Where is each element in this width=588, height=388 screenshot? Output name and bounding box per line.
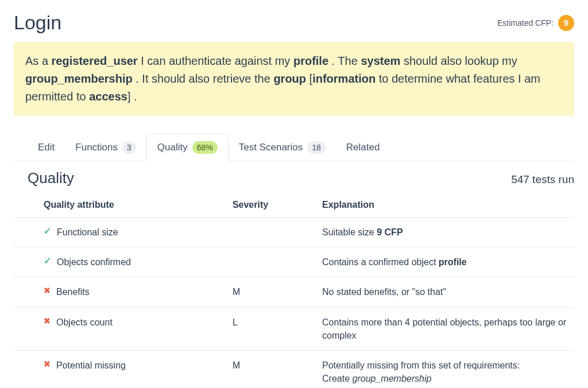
cross-icon: ✖ (44, 316, 51, 327)
tab-label: Test Scenarios (239, 142, 303, 153)
explanation-cell: Potentially missing from this set of req… (316, 350, 574, 388)
tab-test-scenarios[interactable]: Test Scenarios 18 (229, 134, 336, 161)
user-story-box: As a registered_user I can authenticate … (14, 42, 574, 116)
tab-label: Quality (157, 142, 188, 153)
explanation-cell: No stated benefits, or "so that" (316, 277, 574, 307)
check-icon: ✓ (44, 255, 51, 266)
percent-badge: 68% (192, 141, 218, 154)
tab-label: Edit (38, 142, 55, 153)
col-header-attribute: Quality attribute (14, 193, 227, 218)
attribute-name: Objects confirmed (57, 255, 131, 269)
count-badge: 18 (307, 141, 326, 154)
tests-run-count: 547 tests run (511, 173, 574, 186)
severity-cell (227, 218, 316, 247)
table-row: ✖Potential missingMPotentially missing f… (14, 350, 574, 388)
attribute-name: Functional size (57, 226, 118, 239)
severity-cell: M (227, 350, 316, 388)
explanation-cell: Suitable size 9 CFP (316, 218, 574, 247)
attribute-name: Benefits (56, 285, 90, 298)
severity-cell (227, 247, 316, 277)
count-badge: 3 (122, 141, 136, 154)
cfp-label: Estimated CFP: (497, 18, 554, 28)
cross-icon: ✖ (44, 359, 51, 370)
quality-table: Quality attribute Severity Explanation ✓… (14, 193, 574, 388)
explanation-cell: Contains more than 4 potential objects, … (316, 307, 574, 350)
severity-cell: M (227, 277, 316, 307)
section-header: Quality 547 tests run (14, 169, 574, 187)
check-icon: ✓ (44, 226, 51, 236)
table-row: ✓Objects confirmedContains a confirmed o… (14, 247, 574, 277)
table-row: ✖BenefitsMNo stated benefits, or "so tha… (14, 277, 574, 307)
tab-bar: Edit Functions 3 Quality 68% Test Scenar… (14, 133, 574, 161)
tab-edit[interactable]: Edit (28, 134, 65, 161)
tab-label: Related (346, 142, 380, 153)
tab-label: Functions (75, 142, 118, 153)
cfp-badge: 9 (558, 15, 574, 31)
attribute-name: Potential missing (56, 359, 126, 372)
table-row: ✖Objects countLContains more than 4 pote… (14, 307, 574, 350)
tab-functions[interactable]: Functions 3 (65, 134, 146, 161)
page-title: Login (14, 11, 61, 34)
tab-quality[interactable]: Quality 68% (146, 134, 229, 161)
col-header-explanation: Explanation (316, 193, 574, 218)
severity-cell: L (227, 307, 316, 350)
attribute-name: Objects count (56, 316, 113, 329)
explanation-cell: Contains a confirmed object profile (316, 247, 574, 277)
page-header: Login Estimated CFP: 9 (14, 11, 574, 34)
col-header-severity: Severity (227, 193, 316, 218)
cross-icon: ✖ (44, 285, 51, 297)
section-title: Quality (28, 169, 74, 187)
cfp-indicator: Estimated CFP: 9 (497, 15, 574, 31)
table-row: ✓Functional sizeSuitable size 9 CFP (14, 218, 574, 247)
tab-related[interactable]: Related (336, 134, 390, 161)
